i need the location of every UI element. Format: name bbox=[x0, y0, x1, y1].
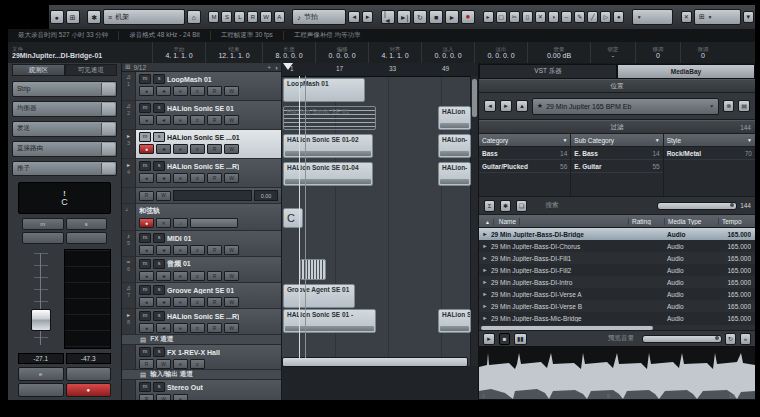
result-row[interactable]: ► 29 Min Jupiter-Bass-Mic-Bridge Audio 1… bbox=[479, 312, 755, 324]
play-icon[interactable]: ► bbox=[479, 279, 491, 285]
filter-item[interactable]: E. Guitar 55 bbox=[571, 160, 662, 173]
results-list-icon[interactable]: Σ bbox=[484, 200, 495, 212]
transport-to-end-button[interactable]: ►| bbox=[397, 10, 411, 24]
mute-button[interactable]: m bbox=[139, 347, 151, 357]
preview-volume-slider[interactable] bbox=[642, 335, 722, 343]
play-icon[interactable]: ► bbox=[479, 255, 491, 261]
track-body[interactable]: m s MIDI 01 ● ◄ e ≡ R bbox=[136, 231, 281, 256]
read-automation-button[interactable]: R bbox=[207, 245, 222, 255]
transport-to-start-button[interactable]: |◄ bbox=[381, 10, 395, 24]
filter-item[interactable]: Rock/Metal 70 bbox=[664, 147, 755, 160]
preview-waveform[interactable]: 0 5 10 bbox=[479, 347, 755, 400]
fx-folder-row[interactable]: ▤ FX 通道 bbox=[122, 335, 281, 345]
eq-icon[interactable] bbox=[101, 103, 115, 115]
record-arm-button[interactable]: ● bbox=[139, 218, 154, 228]
global-solo-button[interactable]: S bbox=[221, 11, 232, 23]
monitor-button[interactable] bbox=[18, 383, 64, 397]
edit-channel-button[interactable]: e bbox=[173, 86, 188, 96]
mute-button[interactable]: m bbox=[139, 259, 151, 269]
select-tool[interactable]: ▸ bbox=[483, 11, 494, 23]
track-body[interactable]: m s Groove Agent SE 01 ● ◄ e ≡ R bbox=[136, 283, 281, 308]
column-rating[interactable]: Rating bbox=[629, 218, 665, 225]
monitor-button[interactable]: ◄ bbox=[156, 144, 171, 154]
write-automation-button[interactable]: W bbox=[156, 191, 171, 201]
write-automation-button[interactable]: W bbox=[224, 173, 239, 183]
forward-button[interactable]: ► bbox=[500, 100, 512, 112]
rack-fader[interactable]: 推子 bbox=[12, 161, 117, 177]
audition-track-button[interactable] bbox=[190, 218, 238, 228]
track-body[interactable]: m s HALion Sonic SE ...R) ● ◄ e ≡ R bbox=[136, 159, 281, 187]
monitor-button[interactable]: ◄ bbox=[156, 245, 171, 255]
mute-tool[interactable]: ⇔ bbox=[561, 11, 573, 23]
result-row[interactable]: ► 29 Min Jupiter-Bass-DI-Bridge Audio 16… bbox=[479, 228, 755, 240]
track-row[interactable]: ♫ 7 m s Groove Agent SE 01 ● bbox=[122, 283, 281, 309]
track-grid-icon[interactable]: ⊞ bbox=[125, 63, 130, 71]
info-field-start[interactable]: 开始 4. 1. 1. 0 bbox=[153, 42, 206, 63]
play-icon[interactable]: ► bbox=[479, 243, 491, 249]
tempo-name-field[interactable] bbox=[173, 190, 252, 201]
read-automation-button[interactable]: R bbox=[207, 86, 222, 96]
play-icon[interactable]: ► bbox=[479, 291, 491, 297]
freeze-button[interactable]: ≡ bbox=[190, 271, 205, 281]
write-automation-button[interactable]: W bbox=[224, 115, 239, 125]
solo-button[interactable]: s bbox=[153, 74, 165, 84]
info-field-volume[interactable]: 音量 0.00 dB bbox=[528, 42, 591, 63]
mute-button[interactable]: m bbox=[139, 311, 151, 321]
read-automation-button[interactable]: R bbox=[139, 191, 154, 201]
audio-event[interactable]: HALion- bbox=[438, 162, 471, 186]
setup-button[interactable]: ✱ bbox=[87, 10, 101, 24]
glue-tool[interactable]: ▯ bbox=[522, 11, 533, 23]
edit-channel-button[interactable] bbox=[66, 232, 108, 244]
tempo-value[interactable]: 0.00 bbox=[254, 190, 278, 201]
grid-type-dropdown[interactable]: ⊞ ▼ bbox=[694, 9, 741, 25]
track-row[interactable]: ▸ 8 m s HALion Sonic SE ...R) ● bbox=[122, 309, 281, 335]
info-field-offset[interactable]: 偏移 0. 0. 0. 0 bbox=[316, 42, 369, 63]
freeze-button[interactable]: ≡ bbox=[190, 323, 205, 333]
solo-button[interactable]: s bbox=[153, 103, 165, 113]
write-automation-button[interactable]: W bbox=[224, 245, 239, 255]
solo-button[interactable]: s bbox=[153, 233, 165, 243]
result-row[interactable]: ► 29 Min Jupiter-Bass-DI-Intro Audio 165… bbox=[479, 276, 755, 288]
global-listen-button[interactable]: L bbox=[234, 11, 245, 23]
column-name[interactable]: ▲ Name bbox=[479, 218, 629, 225]
find-track-icon[interactable]: ◑ bbox=[274, 64, 278, 71]
track-row[interactable]: ▸ 4 m s HALion Sonic SE ...R) ● bbox=[122, 159, 281, 188]
edit-channel-button[interactable]: e bbox=[173, 173, 188, 183]
preview-pause-button[interactable]: ▮▮ bbox=[514, 333, 527, 345]
mute-button[interactable]: m bbox=[139, 161, 151, 171]
tab-vst-instruments[interactable]: VST 乐器 bbox=[479, 64, 617, 79]
channel-fader[interactable] bbox=[26, 249, 60, 349]
record-arm-button[interactable]: ● bbox=[139, 86, 154, 96]
rack-strip[interactable]: Strip bbox=[12, 81, 117, 97]
location-section-header[interactable]: 位置 bbox=[479, 79, 755, 93]
line-tool[interactable]: ╱ bbox=[587, 11, 598, 23]
racks-dropdown[interactable]: ≡ 机架 bbox=[103, 9, 185, 25]
record-arm-button[interactable]: ● bbox=[139, 297, 154, 307]
nudge-left-button[interactable]: ◄ bbox=[348, 11, 359, 23]
info-field-snap[interactable]: 对齐 4. 1. 1. 0 bbox=[369, 42, 422, 63]
audio-event[interactable]: HALion S bbox=[438, 309, 471, 333]
monitor-button[interactable]: ◄ bbox=[156, 323, 171, 333]
info-field-transpose[interactable]: 移调 0 bbox=[636, 42, 681, 63]
solo-button[interactable]: s bbox=[153, 132, 165, 142]
edit-channel-button[interactable]: e bbox=[173, 115, 188, 125]
mute-button[interactable]: m bbox=[139, 382, 151, 392]
fader-icon[interactable] bbox=[101, 163, 115, 175]
routing-icon[interactable] bbox=[101, 143, 115, 155]
erase-tool[interactable]: ✕ bbox=[535, 11, 546, 23]
listen-button[interactable] bbox=[22, 232, 64, 244]
write-automation-button[interactable]: W bbox=[224, 271, 239, 281]
info-field-file[interactable]: 文件 29MinJupiter...DI-Bridge-01 bbox=[8, 42, 153, 63]
edit-channel-button[interactable]: e bbox=[173, 297, 188, 307]
record-arm-button[interactable]: ● bbox=[139, 323, 154, 333]
sends-icon[interactable] bbox=[101, 123, 115, 135]
record-arm-button[interactable]: ● bbox=[139, 144, 154, 154]
freeze-button[interactable]: ≡ bbox=[190, 86, 205, 96]
color-dropdown[interactable]: ▼ bbox=[632, 9, 673, 25]
write-automation-button[interactable]: W bbox=[224, 86, 239, 96]
read-automation-button[interactable]: R bbox=[207, 115, 222, 125]
activate-project-button[interactable]: ● bbox=[50, 10, 64, 24]
mute-button[interactable]: m bbox=[22, 218, 64, 230]
filter-item[interactable]: Bass 14 bbox=[479, 147, 570, 160]
track-body[interactable]: m s FX 1-REV-X Hall R W e ≡ bbox=[136, 345, 281, 369]
